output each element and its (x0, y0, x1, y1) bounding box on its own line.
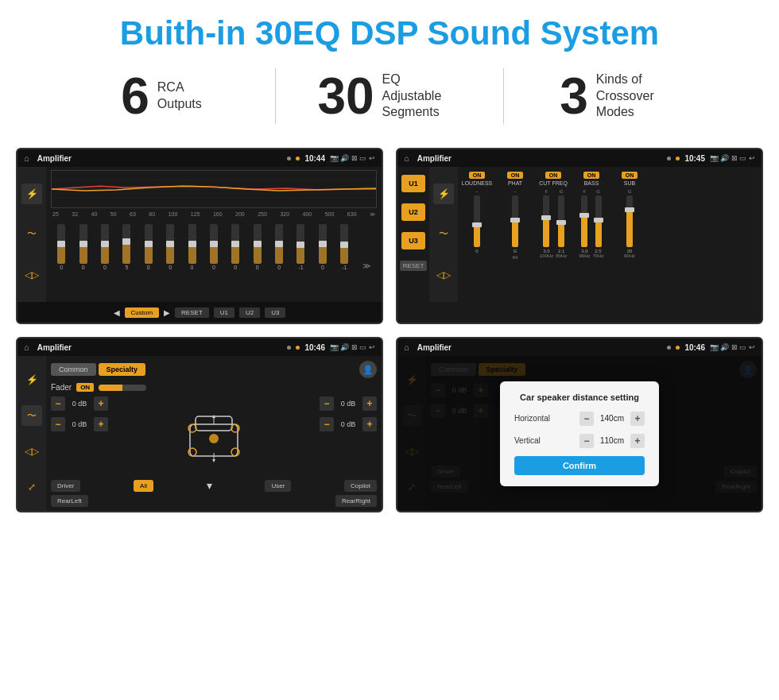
db-minus-2[interactable]: − (320, 396, 334, 411)
screen-crossover: ⌂ Amplifier 10:45 📷 🔊 ⊠ ▭ ↩ U1 U2 U3 RES… (396, 148, 763, 324)
eq-freq-labels: 2532405063 80100125160200 25032040050063… (51, 211, 377, 218)
bass-on[interactable]: ON (583, 172, 600, 179)
status-time-tr: 10:45 (684, 154, 705, 163)
cross-icon-volume[interactable]: ◁▷ (433, 265, 454, 285)
eq-slider-3[interactable]: 5 (122, 224, 130, 270)
eq-slider-8[interactable]: 0 (231, 224, 239, 270)
eq-slider-0[interactable]: 0 (57, 224, 65, 270)
dialog-horizontal-row: Horizontal − 140cm + (514, 412, 645, 426)
horizontal-plus[interactable]: + (630, 412, 645, 426)
eq-slider-11[interactable]: -1 (296, 224, 304, 270)
sub-on[interactable]: ON (622, 172, 638, 179)
screenshots-grid: ⌂ Amplifier 10:44 📷 🔊 ⊠ ▭ ↩ ⚡ 〜 ◁▷ (0, 140, 779, 528)
status-dot-tr1 (667, 157, 671, 160)
db-minus-1[interactable]: − (51, 417, 65, 431)
phat-on[interactable]: ON (507, 172, 524, 179)
dialog-overlay: Car speaker distance setting Horizontal … (397, 356, 762, 511)
vertical-minus[interactable]: − (579, 434, 594, 448)
eq-reset-btn[interactable]: RESET (175, 307, 209, 318)
eq-slider-7[interactable]: 0 (210, 224, 218, 270)
db-minus-0[interactable]: − (51, 396, 65, 411)
fader-label-row: Fader ON (51, 383, 377, 392)
stat-rca: 6 RCA Outputs (48, 71, 275, 122)
car-svg (178, 400, 250, 472)
eq-slider-1[interactable]: 0 (79, 224, 87, 270)
eq-icon-wave[interactable]: 〜 (21, 224, 42, 245)
cross-icon-filters[interactable]: ⚡ (433, 184, 454, 204)
eq-u2-btn[interactable]: U2 (239, 307, 260, 318)
fader-icon-arrows[interactable]: ⤢ (21, 477, 42, 497)
user-btn[interactable]: User (265, 480, 291, 492)
distance-dialog: Car speaker distance setting Horizontal … (500, 381, 659, 486)
rear-right-btn[interactable]: RearRight (335, 495, 377, 507)
cross-u3-btn[interactable]: U3 (401, 232, 425, 249)
eq-slider-12[interactable]: 0 (319, 224, 327, 270)
horizontal-minus[interactable]: − (579, 412, 594, 426)
eq-prev-btn[interactable]: ◀ (114, 308, 120, 317)
eq-next-btn[interactable]: ▶ (164, 308, 170, 317)
cross-ch-cutfreq: ON CUT FREQ F 3.0 100Hz (536, 172, 571, 297)
db-plus-0[interactable]: + (94, 396, 108, 411)
confirm-button[interactable]: Confirm (514, 456, 645, 475)
db-controls-right: − 0 dB + − 0 dB + (320, 396, 377, 431)
status-dot-bl2 (296, 346, 300, 350)
settings-icon[interactable]: 👤 (359, 361, 377, 378)
copilot-btn[interactable]: Copilot (344, 480, 377, 492)
status-bar-tr: ⌂ Amplifier 10:45 📷 🔊 ⊠ ▭ ↩ (397, 149, 762, 167)
eq-slider-13[interactable]: -1 (340, 224, 348, 270)
rear-left-btn[interactable]: RearLeft (51, 495, 88, 507)
speaker-diagram: − 0 dB + − 0 dB + (51, 396, 377, 476)
tab-specialty[interactable]: Specialty (99, 363, 146, 376)
eq-slider-9[interactable]: 0 (254, 224, 262, 270)
fader-on-badge[interactable]: ON (76, 383, 94, 392)
svg-marker-14 (212, 459, 215, 462)
status-bar-br: ⌂ Amplifier 10:46 📷 🔊 ⊠ ▭ ↩ (397, 338, 762, 356)
cross-reset-btn[interactable]: RESET (400, 261, 428, 271)
eq-icon-filters[interactable]: ⚡ (21, 184, 42, 204)
eq-icon-volume[interactable]: ◁▷ (21, 265, 42, 285)
eq-slider-4[interactable]: 0 (145, 224, 153, 270)
db-plus-2[interactable]: + (362, 396, 377, 411)
home-icon[interactable]: ⌂ (24, 153, 29, 163)
cross-ch-bass: ON BASS F 3.0 90Hz G (574, 172, 609, 297)
home-icon-tr[interactable]: ⌂ (404, 153, 409, 163)
cross-u2-btn[interactable]: U2 (401, 203, 425, 221)
tab-common[interactable]: Common (51, 363, 96, 376)
db-row-3: − 0 dB + (320, 417, 377, 431)
eq-slider-2[interactable]: 0 (101, 224, 109, 270)
loudness-on[interactable]: ON (469, 172, 486, 179)
fader-icon-wave[interactable]: 〜 (21, 405, 42, 426)
cross-icon-wave[interactable]: 〜 (433, 224, 454, 245)
all-btn[interactable]: All (134, 480, 153, 492)
fader-body: ⚡ 〜 ◁▷ ⤢ Common Specialty 👤 Fader ON (17, 356, 382, 511)
db-plus-3[interactable]: + (362, 417, 377, 431)
eq-slider-10[interactable]: 0 (275, 224, 283, 270)
status-dot-1 (287, 157, 291, 160)
db-minus-3[interactable]: − (320, 417, 334, 431)
fader-chevron-down[interactable]: ▾ (207, 479, 212, 492)
cutfreq-on[interactable]: ON (545, 172, 562, 179)
fader-icon-volume[interactable]: ◁▷ (21, 441, 42, 462)
fader-horizontal-slider[interactable] (99, 385, 146, 391)
eq-slider-6[interactable]: 0 (188, 224, 196, 270)
db-val-1: 0 dB (68, 420, 91, 428)
page-title: Buith-in 30EQ DSP Sound System (16, 14, 763, 52)
cross-u1-btn[interactable]: U1 (401, 175, 425, 192)
driver-btn[interactable]: Driver (51, 480, 80, 492)
home-icon-bl[interactable]: ⌂ (24, 342, 29, 352)
home-icon-br[interactable]: ⌂ (404, 342, 409, 352)
eq-u1-btn[interactable]: U1 (214, 307, 234, 318)
db-plus-1[interactable]: + (94, 417, 108, 431)
eq-slider-5[interactable]: 0 (166, 224, 174, 270)
status-icons-bl: 📷 🔊 ⊠ ▭ ↩ (330, 343, 375, 351)
vertical-label: Vertical (514, 436, 558, 445)
stat-rca-text: RCA Outputs (157, 79, 202, 113)
eq-custom-btn[interactable]: Custom (125, 307, 160, 318)
stats-row: 6 RCA Outputs 30 EQ Adjustable Segments … (0, 60, 779, 140)
vertical-plus[interactable]: + (630, 434, 645, 448)
fader-icon-filter[interactable]: ⚡ (21, 369, 42, 390)
eq-u3-btn[interactable]: U3 (265, 307, 285, 318)
screen-distance: ⌂ Amplifier 10:46 📷 🔊 ⊠ ▭ ↩ ⚡ 〜 ◁▷ ⤢ Com… (396, 337, 763, 512)
db-val-0: 0 dB (68, 400, 91, 408)
eq-slider-more[interactable]: ≫ (362, 261, 370, 270)
